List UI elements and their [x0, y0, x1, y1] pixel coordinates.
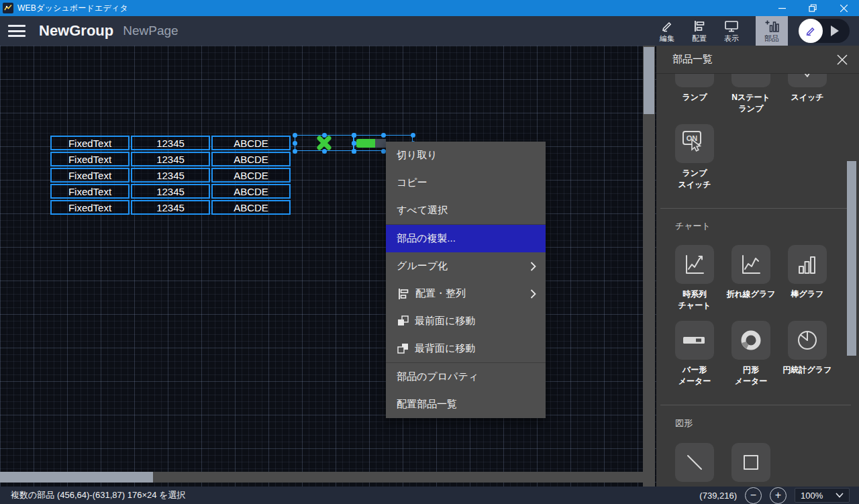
minimize-button[interactable] [766, 0, 797, 16]
zoom-level-value: 100% [801, 491, 831, 501]
bar-meter-icon[interactable] [675, 321, 714, 360]
close-icon[interactable] [837, 54, 848, 65]
group-name: NewGroup [39, 22, 113, 40]
part-item-line-shape[interactable] [666, 443, 723, 487]
menu-item[interactable]: グループ化 [386, 252, 546, 280]
run-mode-button[interactable] [831, 26, 839, 36]
page-name[interactable]: NewPage [123, 23, 178, 38]
panel-row [666, 443, 779, 487]
table-cell[interactable]: ABCDE [211, 136, 291, 150]
table-cell[interactable]: 12345 [131, 136, 210, 150]
pie-chart-icon[interactable] [788, 321, 827, 360]
selection-handle[interactable] [352, 133, 356, 138]
status-bar: 複数の部品 (456,64)-(631,87) 176×24 を選択 (739,… [0, 487, 859, 504]
fixed-text-table[interactable]: FixedText12345ABCDEFixedText12345ABCDEFi… [50, 136, 291, 216]
horizontal-scrollbar-thumb[interactable] [0, 472, 153, 483]
menu-item[interactable]: 配置部品一覧 [386, 391, 546, 418]
line-shape-icon[interactable] [675, 443, 714, 482]
selection-handle[interactable] [381, 133, 386, 138]
part-item-rect-shape[interactable] [723, 443, 779, 487]
toolbar-tabs: 編集 配置 表示 部品 [651, 16, 788, 46]
mode-toggle[interactable] [799, 19, 850, 43]
part-item-circular-meter[interactable]: 円形 メーター [723, 321, 779, 387]
table-cell[interactable]: 12345 [131, 168, 210, 183]
selection-handle[interactable] [352, 149, 356, 154]
close-button[interactable] [828, 0, 859, 16]
selection-handle[interactable] [381, 149, 386, 154]
table-cell[interactable]: 12345 [131, 184, 210, 199]
panel-section-label: 図形 [675, 417, 693, 430]
vertical-scrollbar[interactable] [643, 46, 655, 487]
table-cell[interactable]: 12345 [131, 200, 210, 215]
part-label: ランプ [683, 92, 707, 103]
selection-handle[interactable] [293, 133, 297, 138]
rect-shape-icon[interactable] [731, 443, 770, 482]
menu-item[interactable]: すべて選択 [386, 197, 546, 224]
selection-status-text: 複数の部品 (456,64)-(631,87) 176×24 を選択 [11, 489, 185, 501]
app-window: WEBダッシュボードエディタ NewGroup NewPage 編集 配置 表示… [0, 0, 859, 504]
part-item-bar-chart[interactable]: 棒グラフ [779, 245, 836, 311]
table-cell[interactable]: FixedText [50, 152, 130, 166]
part-label: 円統計グラフ [783, 364, 832, 376]
zoom-level-select[interactable]: 100% [795, 488, 850, 503]
maximize-button[interactable] [797, 0, 828, 16]
pencil-icon [805, 25, 817, 37]
menu-icon[interactable] [8, 24, 26, 38]
selection-handle[interactable] [411, 133, 415, 138]
menu-item-label: コピー [397, 177, 427, 189]
selection-handle[interactable] [293, 141, 297, 146]
status-right: (739,216) − + 100% [699, 487, 850, 504]
tab-2[interactable]: 表示 [715, 16, 748, 46]
selection-handle[interactable] [293, 149, 297, 154]
table-cell[interactable]: FixedText [50, 136, 130, 150]
panel-scrollbar-thumb[interactable] [847, 161, 856, 356]
table-cell[interactable]: ABCDE [211, 200, 291, 215]
editor-canvas[interactable]: FixedText12345ABCDEFixedText12345ABCDEFi… [0, 46, 656, 487]
line-chart-icon[interactable] [731, 245, 770, 284]
align-icon [693, 19, 706, 33]
part-item-pie-chart[interactable]: 円統計グラフ [779, 321, 836, 387]
menu-item[interactable]: コピー [386, 169, 546, 197]
parts-panel-title: 部品一覧 [672, 53, 713, 66]
timeseries-chart-icon[interactable] [675, 245, 714, 284]
bar-meter-object[interactable] [356, 139, 375, 148]
selection-handle[interactable] [352, 141, 356, 146]
vertical-scrollbar-thumb[interactable] [644, 47, 654, 114]
part-item-bar-meter[interactable]: バー形 メーター [666, 321, 723, 387]
menu-item-label: グループ化 [397, 260, 448, 272]
edit-mode-button[interactable] [799, 19, 823, 43]
main-area: FixedText12345ABCDEFixedText12345ABCDEFi… [0, 46, 859, 487]
table-cell[interactable]: ABCDE [211, 168, 291, 183]
part-item-line-chart[interactable]: 折れ線グラフ [723, 245, 779, 311]
menu-item[interactable]: 部品のプロパティ [386, 363, 546, 391]
lamp-object[interactable] [316, 135, 332, 151]
zoom-out-button[interactable]: − [745, 487, 762, 504]
table-cell[interactable]: FixedText [50, 184, 130, 199]
tab-1[interactable]: 配置 [683, 16, 715, 46]
lamp-switch-icon[interactable]: ON [675, 124, 714, 163]
table-cell[interactable]: ABCDE [211, 184, 291, 199]
align-icon [397, 287, 410, 301]
panel-row: ON ランプ スイッチ [666, 124, 723, 191]
part-item-lamp-switch[interactable]: ON ランプ スイッチ [666, 124, 723, 191]
table-cell[interactable]: FixedText [50, 200, 130, 215]
menu-item[interactable]: 部品の複製... [386, 225, 546, 252]
table-cell[interactable]: ABCDE [211, 152, 291, 166]
tab-0[interactable]: 編集 [651, 16, 683, 46]
tab-label: 配置 [692, 34, 707, 42]
tab-parts-selected[interactable]: 部品 [756, 16, 788, 46]
menu-item[interactable]: 最背面に移動 [386, 335, 546, 362]
menu-item[interactable]: 配置・整列 [386, 280, 546, 307]
circular-meter-icon[interactable] [731, 321, 770, 360]
bar-meter-object-track[interactable] [375, 139, 386, 148]
table-cell[interactable]: 12345 [131, 152, 210, 166]
horizontal-scrollbar[interactable] [0, 472, 643, 483]
table-cell[interactable]: FixedText [50, 168, 130, 183]
part-label: Nステート ランプ [731, 92, 770, 115]
bar-chart-icon[interactable] [788, 245, 827, 284]
menu-item[interactable]: 最前面に移動 [386, 307, 546, 335]
zoom-in-button[interactable]: + [770, 487, 787, 504]
table-row: FixedText12345ABCDE [50, 168, 291, 183]
part-item-timeseries-chart[interactable]: 時系列 チャート [666, 245, 723, 311]
menu-item[interactable]: 切り取り [386, 142, 546, 169]
